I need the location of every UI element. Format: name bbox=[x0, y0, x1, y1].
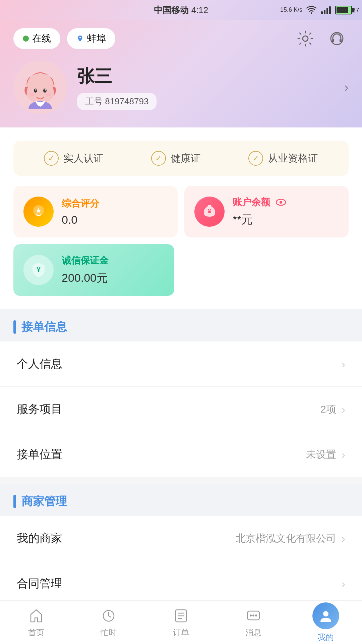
profile-section[interactable]: 张三 工号 819748793 › bbox=[13, 60, 349, 114]
score-value: 0.0 bbox=[62, 213, 168, 226]
nav-label-home: 首页 bbox=[28, 627, 44, 638]
service-items-label: 服务项目 bbox=[17, 401, 62, 417]
cert-label-0: 实人认证 bbox=[63, 152, 104, 165]
wifi-icon bbox=[306, 5, 317, 15]
order-section-title: 接单信息 bbox=[21, 319, 67, 335]
svg-rect-0 bbox=[321, 11, 323, 14]
busy-icon bbox=[100, 607, 117, 625]
battery-container: 87 bbox=[335, 6, 352, 14]
cert-item-1[interactable]: ✓ 健康证 bbox=[151, 151, 201, 166]
shield-yen-icon: ¥ bbox=[30, 261, 47, 279]
deposit-label: 诚信保证金 bbox=[62, 254, 109, 267]
personal-info-item[interactable]: 个人信息 › bbox=[0, 341, 362, 387]
cert-check-1: ✓ bbox=[151, 151, 166, 166]
svg-point-11 bbox=[35, 89, 37, 91]
my-merchant-chevron: › bbox=[342, 532, 345, 545]
online-label: 在线 bbox=[32, 32, 51, 45]
nav-item-busy[interactable]: 忙时 bbox=[72, 607, 145, 638]
profile-arrow[interactable]: › bbox=[344, 80, 349, 95]
personal-info-chevron: › bbox=[342, 358, 345, 371]
svg-point-4 bbox=[303, 36, 308, 41]
svg-point-9 bbox=[34, 89, 37, 93]
header-area: 在线 蚌埠 bbox=[0, 20, 362, 127]
cert-item-2[interactable]: ✓ 从业资格证 bbox=[248, 151, 318, 166]
deposit-value: 200.00元 bbox=[62, 270, 109, 286]
location-label: 蚌埠 bbox=[87, 32, 106, 45]
status-time: 中国移动 bbox=[154, 4, 189, 16]
merchant-section-title: 商家管理 bbox=[21, 494, 67, 509]
cert-label-2: 从业资格证 bbox=[268, 152, 318, 165]
svg-point-29 bbox=[323, 611, 328, 616]
nav-label-mine: 我的 bbox=[318, 632, 334, 643]
balance-label: 账户余额 bbox=[233, 196, 339, 209]
section-bar-merchant bbox=[13, 495, 16, 508]
order-info-header: 接单信息 bbox=[0, 309, 362, 341]
top-bar: 在线 蚌埠 bbox=[13, 27, 349, 50]
personal-info-right: › bbox=[342, 358, 345, 371]
mine-avatar bbox=[312, 602, 339, 629]
service-items-count: 2项 bbox=[320, 402, 336, 416]
employee-id: 工号 819748793 bbox=[77, 93, 157, 110]
gear-icon bbox=[297, 30, 314, 47]
status-icons: 15.6 K/s 87 bbox=[280, 5, 352, 15]
support-button[interactable] bbox=[325, 27, 349, 50]
score-icon bbox=[23, 197, 54, 227]
nav-item-message[interactable]: 消息 bbox=[217, 607, 290, 638]
cert-row: ✓ 实人认证 ✓ 健康证 ✓ 从业资格证 bbox=[13, 141, 349, 176]
cert-check-2: ✓ bbox=[248, 151, 263, 166]
my-merchant-value: 北京楷泓文化有限公司 bbox=[236, 532, 336, 545]
cert-check-0: ✓ bbox=[44, 151, 59, 166]
contract-manage-item[interactable]: 合同管理 › bbox=[0, 561, 362, 606]
deposit-card[interactable]: ¥ 诚信保证金 200.00元 bbox=[13, 244, 174, 296]
avatar-image bbox=[17, 64, 64, 111]
service-items-item[interactable]: 服务项目 2项 › bbox=[0, 387, 362, 432]
cert-item-0[interactable]: ✓ 实人认证 bbox=[44, 151, 104, 166]
nav-item-home[interactable]: 首页 bbox=[0, 607, 72, 638]
order-location-item[interactable]: 接单位置 未设置 › bbox=[0, 432, 362, 477]
star-hand-icon bbox=[30, 203, 47, 220]
balance-card[interactable]: ¥ 账户余额 **元 bbox=[184, 186, 349, 237]
order-menu-list: 个人信息 › 服务项目 2项 › 接单位置 未设置 › bbox=[0, 341, 362, 477]
top-left-badges: 在线 蚌埠 bbox=[13, 28, 115, 49]
service-items-chevron: › bbox=[342, 403, 345, 416]
svg-text:¥: ¥ bbox=[208, 209, 211, 214]
nav-label-message: 消息 bbox=[245, 627, 261, 638]
svg-point-10 bbox=[43, 89, 47, 93]
signal-icon bbox=[320, 5, 332, 15]
eye-icon bbox=[275, 198, 287, 207]
online-dot bbox=[23, 36, 29, 42]
svg-rect-7 bbox=[340, 39, 342, 42]
svg-point-28 bbox=[255, 614, 257, 616]
battery-percent: 87 bbox=[352, 6, 359, 14]
nav-label-order: 订单 bbox=[173, 627, 189, 638]
status-time-value: 4:12 bbox=[191, 5, 208, 15]
score-info: 综合评分 0.0 bbox=[62, 197, 168, 226]
location-icon bbox=[76, 35, 84, 42]
battery-icon: 87 bbox=[335, 6, 352, 14]
online-badge[interactable]: 在线 bbox=[13, 28, 60, 49]
profile-name: 张三 bbox=[77, 65, 334, 88]
order-location-right: 未设置 › bbox=[306, 448, 345, 462]
nav-item-mine[interactable]: 我的 bbox=[290, 602, 362, 643]
score-card[interactable]: 综合评分 0.0 bbox=[13, 186, 178, 237]
my-merchant-item[interactable]: 我的商家 北京楷泓文化有限公司 › bbox=[0, 516, 362, 561]
nav-item-order[interactable]: 订单 bbox=[145, 607, 217, 638]
svg-rect-3 bbox=[329, 6, 331, 14]
cards-container: ✓ 实人认证 ✓ 健康证 ✓ 从业资格证 综合评分 0.0 bbox=[0, 127, 362, 309]
contract-manage-right: › bbox=[342, 577, 345, 590]
svg-rect-2 bbox=[326, 8, 328, 14]
service-items-right: 2项 › bbox=[320, 402, 345, 416]
home-icon bbox=[27, 607, 45, 625]
location-badge[interactable]: 蚌埠 bbox=[67, 28, 115, 49]
balance-info: 账户余额 **元 bbox=[233, 196, 339, 227]
message-icon bbox=[245, 607, 262, 625]
mine-icon bbox=[318, 608, 334, 624]
svg-point-14 bbox=[46, 93, 51, 96]
settings-button[interactable] bbox=[294, 27, 317, 50]
deposit-row: ¥ 诚信保证金 200.00元 bbox=[13, 244, 349, 296]
order-location-chevron: › bbox=[342, 448, 345, 461]
speed-indicator: 15.6 K/s bbox=[280, 7, 302, 13]
svg-point-26 bbox=[250, 614, 252, 616]
money-bag-icon: ¥ bbox=[201, 203, 218, 220]
headset-icon bbox=[328, 30, 346, 47]
